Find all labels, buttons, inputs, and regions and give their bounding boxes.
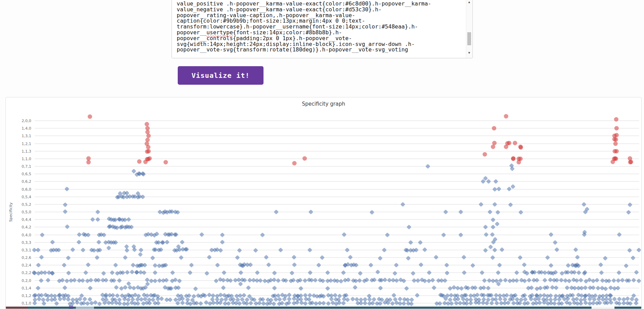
scrollbar-thumb[interactable] bbox=[467, 32, 471, 45]
data-point bbox=[398, 296, 402, 301]
data-point bbox=[441, 233, 446, 237]
data-point bbox=[138, 252, 143, 257]
data-point bbox=[504, 114, 508, 119]
data-point bbox=[500, 247, 504, 252]
y-axis-label: 0,3,1 bbox=[7, 248, 31, 252]
data-point bbox=[444, 263, 449, 268]
data-point bbox=[483, 225, 488, 229]
data-point bbox=[553, 240, 558, 245]
data-point bbox=[258, 278, 263, 283]
data-point bbox=[493, 179, 498, 184]
data-point bbox=[77, 232, 81, 237]
data-point bbox=[554, 285, 559, 290]
data-point bbox=[491, 145, 495, 149]
data-point bbox=[62, 285, 67, 290]
data-point bbox=[32, 301, 37, 306]
data-point bbox=[238, 270, 243, 275]
scroll-down-icon[interactable]: ▼ bbox=[466, 50, 472, 56]
data-point bbox=[123, 285, 128, 290]
data-point bbox=[246, 285, 251, 290]
data-point bbox=[353, 285, 358, 290]
data-point bbox=[124, 244, 129, 249]
data-point bbox=[238, 282, 243, 286]
data-point bbox=[80, 278, 85, 283]
data-point bbox=[180, 240, 185, 245]
data-point bbox=[495, 210, 500, 215]
data-point bbox=[313, 278, 318, 283]
scroll-up-icon[interactable]: ▲ bbox=[466, 0, 472, 5]
data-point bbox=[508, 202, 513, 207]
data-point bbox=[96, 240, 101, 245]
data-point bbox=[193, 286, 198, 291]
data-point bbox=[432, 285, 436, 290]
data-point bbox=[582, 202, 586, 207]
data-point bbox=[492, 248, 497, 252]
data-point bbox=[198, 301, 203, 306]
css-input-text[interactable]: value_positive .h-popover__karma-value-e… bbox=[177, 1, 432, 54]
data-point bbox=[496, 187, 501, 191]
data-point bbox=[77, 240, 81, 245]
data-point bbox=[617, 297, 622, 301]
y-axis-label: 0,1,2 bbox=[7, 294, 31, 298]
data-point bbox=[363, 300, 367, 305]
gridline bbox=[35, 212, 639, 212]
data-point bbox=[204, 271, 209, 275]
data-point bbox=[583, 285, 588, 290]
y-axis-label: 0,6,2 bbox=[7, 179, 31, 184]
data-point bbox=[576, 270, 581, 275]
data-point bbox=[458, 210, 463, 214]
data-point bbox=[95, 255, 99, 260]
data-point bbox=[503, 278, 507, 283]
y-axis-label: 1,1,3 bbox=[7, 149, 31, 154]
data-point bbox=[164, 278, 169, 283]
data-point bbox=[368, 263, 373, 268]
data-point bbox=[607, 278, 611, 283]
data-point bbox=[567, 278, 572, 283]
data-point bbox=[146, 145, 150, 150]
data-point bbox=[378, 286, 383, 290]
data-point bbox=[375, 270, 380, 274]
data-point bbox=[308, 210, 313, 214]
data-point bbox=[566, 263, 571, 268]
data-point bbox=[617, 232, 622, 237]
data-point bbox=[514, 270, 519, 275]
data-point bbox=[411, 271, 415, 276]
data-point bbox=[255, 270, 260, 275]
data-point bbox=[139, 248, 143, 252]
data-point bbox=[292, 161, 297, 165]
data-point bbox=[143, 160, 148, 164]
data-point bbox=[572, 270, 577, 275]
textarea-scrollbar[interactable]: ▲ ▼ bbox=[466, 0, 472, 58]
data-point bbox=[620, 278, 625, 283]
data-point bbox=[517, 160, 521, 164]
data-point bbox=[117, 278, 122, 283]
data-point bbox=[66, 255, 71, 260]
y-axis-label: 0,2,4 bbox=[7, 263, 31, 268]
data-point bbox=[614, 126, 619, 130]
visualize-button[interactable]: Visualize it! bbox=[178, 66, 264, 85]
data-point bbox=[636, 248, 641, 252]
data-point bbox=[370, 301, 375, 306]
data-point bbox=[631, 278, 636, 283]
data-point bbox=[164, 160, 168, 165]
y-axis-label: 0,5,4 bbox=[7, 195, 31, 199]
data-point bbox=[486, 179, 491, 184]
data-point bbox=[36, 285, 40, 290]
data-point bbox=[357, 278, 362, 283]
data-point bbox=[303, 156, 307, 161]
data-point bbox=[598, 262, 603, 267]
data-point bbox=[525, 301, 530, 306]
data-point bbox=[603, 256, 608, 261]
data-point bbox=[497, 263, 502, 268]
bottom-strip-segment bbox=[614, 307, 641, 309]
data-point bbox=[42, 301, 46, 306]
data-point bbox=[514, 278, 519, 283]
gridline bbox=[35, 189, 639, 190]
data-point bbox=[226, 301, 231, 306]
y-axis-label: 1,2,1 bbox=[7, 142, 31, 146]
data-point bbox=[65, 278, 69, 283]
data-point bbox=[496, 270, 501, 275]
y-axis-label: 0,7,1 bbox=[7, 164, 31, 169]
css-input-textarea[interactable]: value_positive .h-popover__karma-value-e… bbox=[172, 0, 473, 58]
data-point bbox=[490, 255, 495, 260]
